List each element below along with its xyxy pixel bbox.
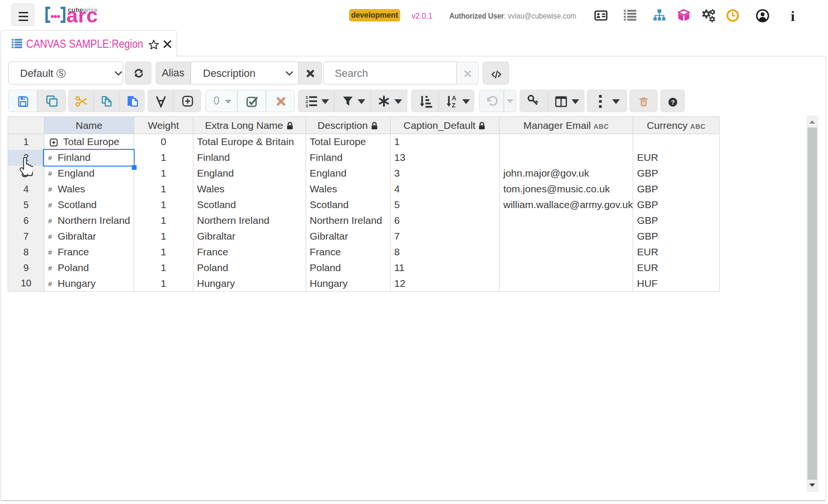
svg-text:?: ? xyxy=(671,99,675,106)
svg-text:Z: Z xyxy=(452,102,456,108)
svg-text:A: A xyxy=(452,94,456,102)
svg-text:3: 3 xyxy=(306,104,308,108)
